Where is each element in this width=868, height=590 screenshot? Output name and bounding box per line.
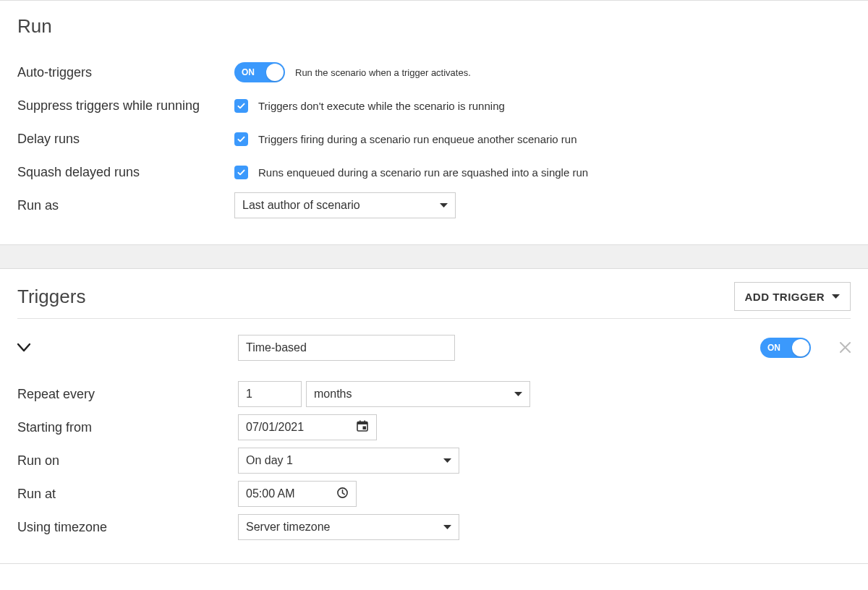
run-section: Run Auto-triggers ON Run the scenario wh… (0, 0, 868, 245)
suppress-checkbox[interactable] (234, 99, 248, 113)
svg-rect-1 (357, 422, 367, 425)
delay-label: Delay runs (17, 132, 234, 147)
run-at-input[interactable]: 05:00 AM (238, 481, 357, 507)
starting-from-label: Starting from (17, 420, 234, 435)
caret-down-icon (440, 203, 448, 208)
suppress-hint: Triggers don't execute while the scenari… (258, 100, 505, 112)
squash-hint: Runs enqueued during a scenario run are … (258, 166, 588, 179)
toggle-on-label: ON (242, 67, 255, 77)
run-as-label: Run as (17, 198, 234, 213)
caret-down-icon (443, 525, 451, 529)
run-on-value: On day 1 (246, 454, 293, 467)
repeat-label: Repeat every (17, 387, 234, 402)
run-as-select[interactable]: Last author of scenario (234, 192, 456, 218)
run-title: Run (17, 15, 851, 38)
caret-down-icon (514, 392, 522, 396)
start-date-value: 07/01/2021 (246, 421, 304, 434)
close-icon[interactable] (840, 341, 851, 355)
delay-checkbox[interactable] (234, 132, 248, 146)
svg-rect-4 (363, 427, 367, 430)
caret-down-icon (832, 294, 840, 299)
triggers-title: Triggers (17, 286, 85, 308)
auto-triggers-label: Auto-triggers (17, 65, 234, 80)
trigger-type-input[interactable] (238, 335, 455, 361)
repeat-unit-value: months (314, 388, 352, 401)
suppress-label: Suppress triggers while running (17, 98, 234, 114)
delay-row: Delay runs Triggers firing during a scen… (17, 124, 851, 153)
repeat-value-input[interactable] (238, 381, 302, 407)
clock-icon (336, 487, 349, 502)
calendar-icon (356, 419, 369, 435)
run-on-select[interactable]: On day 1 (238, 448, 459, 474)
caret-down-icon (443, 458, 451, 463)
triggers-header: Triggers ADD TRIGGER (17, 282, 851, 319)
timezone-label: Using timezone (17, 520, 234, 535)
run-as-value: Last author of scenario (242, 199, 360, 212)
run-at-value: 05:00 AM (246, 487, 295, 500)
auto-triggers-row: Auto-triggers ON Run the scenario when a… (17, 58, 851, 87)
repeat-unit-select[interactable]: months (306, 381, 530, 407)
svg-rect-3 (364, 421, 365, 423)
run-at-row: Run at 05:00 AM (17, 479, 851, 508)
trigger-item-header: ON (17, 335, 851, 361)
timezone-select[interactable]: Server timezone (238, 514, 459, 540)
triggers-section: Triggers ADD TRIGGER ON (0, 268, 868, 564)
squash-row: Squash delayed runs Runs enqueued during… (17, 158, 851, 187)
toggle-knob (792, 339, 809, 356)
delay-hint: Triggers firing during a scenario run en… (258, 133, 577, 145)
add-trigger-button[interactable]: ADD TRIGGER (734, 282, 851, 311)
starting-from-row: Starting from 07/01/2021 (17, 413, 851, 442)
squash-checkbox[interactable] (234, 166, 248, 179)
run-on-label: Run on (17, 453, 234, 469)
run-at-label: Run at (17, 487, 234, 502)
toggle-knob (266, 64, 284, 81)
auto-triggers-toggle[interactable]: ON (234, 62, 285, 82)
run-on-row: Run on On day 1 (17, 446, 851, 475)
chevron-down-icon[interactable] (17, 343, 30, 352)
timezone-value: Server timezone (246, 521, 331, 534)
suppress-row: Suppress triggers while running Triggers… (17, 91, 851, 120)
add-trigger-label: ADD TRIGGER (745, 291, 825, 303)
timezone-row: Using timezone Server timezone (17, 513, 851, 542)
repeat-row: Repeat every months (17, 380, 851, 409)
trigger-enabled-toggle[interactable]: ON (760, 338, 811, 358)
run-as-row: Run as Last author of scenario (17, 191, 851, 220)
start-date-input[interactable]: 07/01/2021 (238, 414, 377, 440)
squash-label: Squash delayed runs (17, 165, 234, 180)
section-divider (0, 245, 868, 268)
toggle-on-label: ON (767, 343, 780, 353)
svg-rect-2 (359, 421, 361, 423)
auto-triggers-hint: Run the scenario when a trigger activate… (295, 67, 471, 78)
